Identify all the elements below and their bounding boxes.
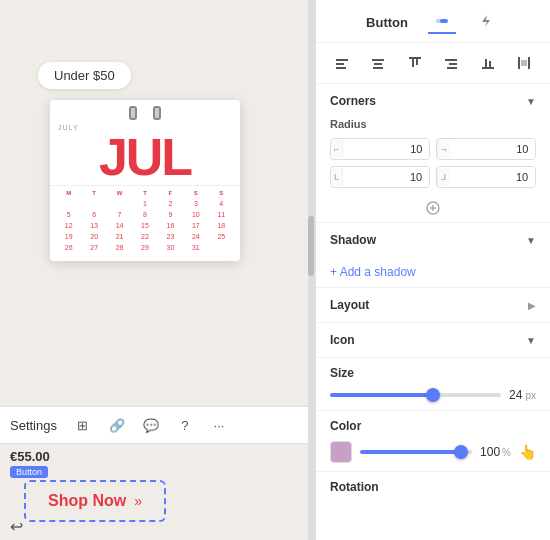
svg-rect-7 <box>412 59 414 67</box>
size-row: 24 px <box>330 388 536 402</box>
cal-cell: 22 <box>132 231 157 241</box>
scroll-indicator[interactable] <box>308 0 314 540</box>
rotation-label: Rotation <box>330 480 536 494</box>
align-center-btn[interactable] <box>366 51 390 75</box>
month-big: JUL <box>58 131 232 183</box>
radius-br: L px <box>436 166 536 188</box>
size-slider-thumb[interactable] <box>426 388 440 402</box>
cal-cell: 8 <box>132 209 157 219</box>
layout-row[interactable]: Layout ▶ <box>316 288 550 323</box>
cal-header-m: M <box>56 190 81 196</box>
comment-icon-btn[interactable]: 💬 <box>137 411 165 439</box>
size-value: 24 px <box>509 388 536 402</box>
calendar-rings <box>58 106 232 120</box>
link-icon <box>425 200 441 216</box>
radius-bl-input[interactable] <box>343 167 430 187</box>
corners-section: Corners ▼ Radius ⌐ px ⌐ px L px <box>316 84 550 223</box>
ring-left <box>129 106 137 120</box>
color-section: Color 100 % 👆 <box>316 411 550 472</box>
tab-design[interactable] <box>428 10 456 34</box>
align-distribute-btn[interactable] <box>512 51 536 75</box>
cal-cell <box>81 198 106 208</box>
add-shadow-btn[interactable]: + Add a shadow <box>316 257 430 287</box>
shop-now-label: Shop Now <box>48 492 126 510</box>
help-icon-btn[interactable]: ? <box>171 411 199 439</box>
cal-cell: 24 <box>183 231 208 241</box>
rotation-section: Rotation <box>316 472 550 502</box>
corners-section-header[interactable]: Corners ▼ <box>316 84 550 118</box>
icon-section-header[interactable]: Icon ▼ <box>316 323 550 357</box>
ring-right <box>153 106 161 120</box>
price-tag: €55.00 <box>10 449 50 464</box>
align-right-btn[interactable] <box>439 51 463 75</box>
icon-title: Icon <box>330 333 355 347</box>
corner-bl-icon: L <box>331 168 343 186</box>
canvas-panel: Under $50 JULY JUL M T W T F S S <box>0 0 315 540</box>
radius-tr-input[interactable] <box>449 139 536 159</box>
cal-cell: 27 <box>81 242 106 252</box>
cal-cell: 17 <box>183 220 208 230</box>
color-swatch[interactable] <box>330 441 352 463</box>
svg-rect-14 <box>489 61 491 67</box>
cal-cell: 13 <box>81 220 106 230</box>
shadow-section: Shadow ▼ + Add a shadow <box>316 223 550 288</box>
radius-label: Radius <box>316 118 550 134</box>
header-tabs <box>428 10 500 42</box>
svg-rect-10 <box>449 63 457 65</box>
flash-tab-icon <box>478 13 494 29</box>
cal-cell: 15 <box>132 220 157 230</box>
corners-arrow-icon: ▼ <box>526 96 536 107</box>
svg-rect-13 <box>485 59 487 67</box>
size-label: Size <box>330 366 536 380</box>
shadow-arrow-icon: ▼ <box>526 235 536 246</box>
cal-row-5: 26 27 28 29 30 31 <box>56 242 234 252</box>
cal-cell: 4 <box>209 198 234 208</box>
svg-rect-16 <box>528 57 530 69</box>
cal-cell: 30 <box>158 242 183 252</box>
size-slider-track[interactable] <box>330 393 501 397</box>
cal-cell: 16 <box>158 220 183 230</box>
radius-br-input[interactable] <box>449 167 536 187</box>
color-slider-track[interactable] <box>360 450 472 454</box>
link-tab-icon <box>434 13 450 29</box>
radius-tl-input[interactable] <box>343 139 430 159</box>
icon-arrow-icon: ▼ <box>526 335 536 346</box>
undo-button[interactable]: ↩ <box>10 517 23 536</box>
size-unit: px <box>525 390 536 401</box>
cal-header-s2: S <box>209 190 234 196</box>
calendar-top: JULY JUL <box>50 100 240 186</box>
settings-label: Settings <box>10 418 57 433</box>
shadow-section-header[interactable]: Shadow ▼ <box>316 223 550 257</box>
align-bottom-btn[interactable] <box>476 51 500 75</box>
cal-cell <box>107 198 132 208</box>
more-icon-btn[interactable]: ··· <box>205 411 233 439</box>
shop-now-button[interactable]: Shop Now » <box>24 480 166 522</box>
panel-header: Button <box>316 0 550 43</box>
link-icon-btn[interactable]: 🔗 <box>103 411 131 439</box>
cal-cell: 19 <box>56 231 81 241</box>
svg-rect-2 <box>336 67 346 69</box>
tab-prototype[interactable] <box>472 10 500 34</box>
color-slider-thumb[interactable] <box>454 445 468 459</box>
cal-cell: 6 <box>81 209 106 219</box>
cal-cell: 7 <box>107 209 132 219</box>
align-top-btn[interactable] <box>403 51 427 75</box>
link-corners-btn[interactable] <box>316 198 550 222</box>
cal-cell: 9 <box>158 209 183 219</box>
cal-cell: 10 <box>183 209 208 219</box>
corner-br-icon: L <box>437 168 449 186</box>
layout-title: Layout <box>330 298 369 312</box>
svg-rect-17 <box>521 60 527 66</box>
cal-cell <box>56 198 81 208</box>
right-panel: Button <box>315 0 550 540</box>
align-left-btn[interactable] <box>330 51 354 75</box>
cal-row-4: 19 20 21 22 23 24 25 <box>56 231 234 241</box>
cal-cell: 20 <box>81 231 106 241</box>
svg-rect-0 <box>336 59 348 61</box>
icon-section: Icon ▼ <box>316 323 550 358</box>
layout-icon-btn[interactable]: ⊞ <box>69 411 97 439</box>
calendar-widget: JULY JUL M T W T F S S 1 2 <box>50 100 240 261</box>
cal-cell: 2 <box>158 198 183 208</box>
cal-cell: 28 <box>107 242 132 252</box>
cal-row-2: 5 6 7 8 9 10 11 <box>56 209 234 219</box>
